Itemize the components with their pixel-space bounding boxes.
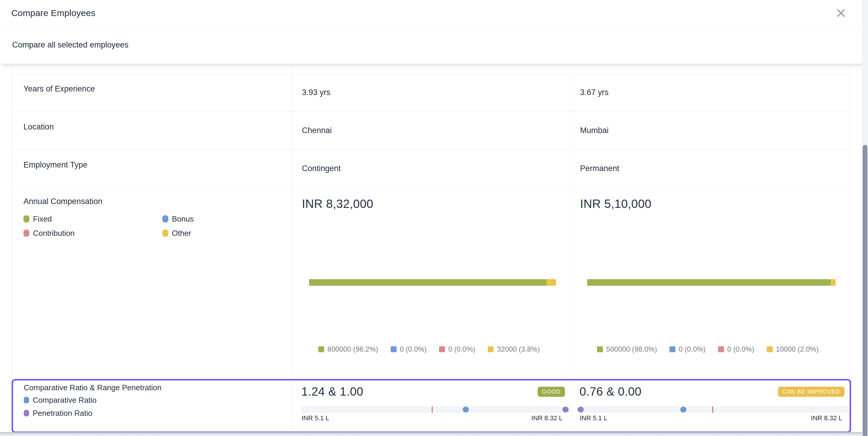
other-swatch-icon	[767, 346, 773, 352]
legend-item-comparative-ratio: Comparative Ratio	[24, 396, 293, 404]
row-label: Employment Type	[24, 161, 88, 170]
legend-item-fixed: Fixed	[24, 215, 162, 223]
bar-segment-other	[831, 279, 836, 286]
employee2-range-track	[579, 406, 850, 413]
bar-legend-label: 0 (0.0%)	[679, 345, 706, 353]
fixed-swatch-icon	[24, 215, 29, 223]
legend-label: Other	[172, 229, 191, 238]
row-label: Years of Experience	[24, 84, 95, 93]
other-swatch-icon	[162, 230, 168, 237]
dialog-header: Compare Employees	[0, 0, 868, 26]
partial-cell	[12, 64, 293, 74]
comparison-scroll-area: Years of Experience 3.93 yrs 3.67 yrs Lo…	[12, 64, 850, 432]
range-min-label: INR 5.1 L	[580, 414, 607, 422]
bar-legend-item: 0 (0.0%)	[718, 345, 754, 353]
table-row-employment-type: Employment Type Contingent Permanent	[12, 150, 850, 188]
dialog-subtitle: Compare all selected employees	[12, 40, 128, 50]
bar-legend-label: 10000 (2.0%)	[776, 345, 819, 353]
partial-cell	[571, 64, 850, 74]
penetration-ratio-dot	[578, 407, 584, 412]
table-row-comparative-ratio[interactable]: Comparative Ratio & Range Penetration Co…	[12, 380, 850, 432]
ratio-legend: Comparative Ratio Penetration Ratio	[24, 396, 293, 417]
bar-legend-label: 0 (0.0%)	[727, 345, 754, 353]
table-row-partial	[12, 64, 850, 74]
employee1-bar-legend: 800000 (96.2%) 0 (0.0%) 0 (0.0%) 32	[302, 345, 556, 353]
legend-label: Contribution	[33, 229, 74, 238]
bar-segment-other	[547, 279, 556, 286]
bar-legend-item: 500000 (98.0%)	[597, 345, 657, 353]
employee1-total-compensation: INR 8,32,000	[302, 197, 556, 211]
row-label-cell: Location	[12, 112, 293, 149]
legend-label: Comparative Ratio	[33, 396, 96, 405]
employee1-ratio-cell: 1.24 & 1.00 GOOD INR 5.1 L INR 8.32 L	[293, 380, 571, 432]
employee1-range-track	[301, 406, 570, 413]
row-label: Location	[24, 122, 54, 132]
close-button[interactable]	[834, 6, 848, 20]
table-row-location: Location Chennai Mumbai	[12, 112, 850, 150]
bar-segment-fixed	[309, 279, 547, 286]
table-row-years-of-experience: Years of Experience 3.93 yrs 3.67 yrs	[12, 74, 850, 112]
dialog-bottom-shadow	[0, 432, 862, 436]
midpoint-tick	[432, 406, 433, 413]
status-badge-good: GOOD	[537, 387, 565, 397]
row-label: Annual Compensation	[24, 197, 293, 206]
penetration-ratio-swatch-icon	[24, 410, 29, 416]
employee1-value-cell: Chennai	[293, 112, 571, 149]
employee2-value: Mumbai	[580, 126, 609, 135]
comparative-ratio-dot	[463, 407, 469, 412]
compare-employees-dialog: Compare Employees Compare all selected e…	[0, 0, 868, 436]
range-max-label: INR 8.32 L	[531, 414, 562, 422]
fixed-swatch-icon	[597, 346, 603, 352]
bar-segment-fixed	[587, 279, 831, 286]
penetration-ratio-dot	[562, 407, 568, 412]
comparative-ratio-swatch-icon	[24, 397, 29, 403]
compensation-legend: Fixed Bonus Contribution Other	[24, 215, 293, 237]
employee1-value-cell: 3.93 yrs	[293, 74, 571, 111]
employee2-value: 3.67 yrs	[580, 88, 609, 97]
bar-legend-item: 800000 (96.2%)	[318, 345, 378, 353]
employee1-compensation-cell: INR 8,32,000 800000 (96.2%)	[293, 188, 571, 379]
legend-item-penetration-ratio: Penetration Ratio	[24, 409, 293, 417]
scrollbar-track[interactable]	[862, 0, 868, 436]
employee1-value: Chennai	[302, 126, 332, 135]
dialog-subtitle-bar: Compare all selected employees	[0, 26, 868, 64]
legend-label: Fixed	[33, 214, 52, 224]
bar-legend-label: 0 (0.0%)	[448, 345, 475, 353]
employee2-value: Permanent	[580, 164, 619, 173]
employee2-compensation-cell: INR 5,10,000 500000 (98.0%)	[571, 188, 850, 379]
midpoint-tick	[712, 406, 713, 413]
employee2-total-compensation: INR 5,10,000	[580, 197, 836, 211]
bar-legend-label: 32000 (3.8%)	[497, 345, 540, 353]
employee1-range-labels: INR 5.1 L INR 8.32 L	[302, 414, 562, 422]
legend-item-other: Other	[162, 229, 293, 237]
bar-legend-label: 800000 (96.2%)	[328, 345, 378, 353]
row-label-cell: Employment Type	[12, 150, 293, 187]
employee1-value: 3.93 yrs	[302, 88, 331, 97]
bar-legend-item: 0 (0.0%)	[670, 345, 706, 353]
close-icon	[836, 8, 846, 18]
employee2-value-cell: Permanent	[571, 150, 850, 187]
employee2-value-cell: 3.67 yrs	[571, 74, 850, 111]
row-label: Comparative Ratio & Range Penetration	[24, 383, 293, 392]
bar-legend-label: 0 (0.0%)	[400, 345, 427, 353]
bar-legend-item: 0 (0.0%)	[391, 345, 427, 353]
employee1-compensation-bar	[309, 279, 556, 286]
contribution-swatch-icon	[24, 230, 29, 237]
row-label-cell: Years of Experience	[12, 74, 293, 111]
scrollbar-thumb[interactable]	[863, 145, 867, 436]
bar-legend-item: 10000 (2.0%)	[767, 345, 819, 353]
comparative-ratio-dot	[680, 407, 687, 412]
employee1-value: Contingent	[302, 164, 341, 173]
partial-cell	[293, 64, 571, 74]
employee1-ratio-value: 1.24 & 1.00	[301, 384, 363, 399]
status-badge-can-be-improved: CAN BE IMPROVED	[778, 387, 844, 397]
range-min-label: INR 5.1 L	[302, 414, 329, 422]
legend-item-bonus: Bonus	[162, 215, 293, 223]
employee2-compensation-bar	[587, 279, 836, 286]
employee2-ratio-value: 0.76 & 0.00	[580, 384, 642, 399]
bar-legend-item: 0 (0.0%)	[439, 345, 475, 353]
bar-legend-label: 500000 (98.0%)	[606, 345, 657, 353]
bonus-swatch-icon	[391, 346, 397, 352]
employee2-ratio-cell: 0.76 & 0.00 CAN BE IMPROVED INR 5.1 L IN…	[571, 380, 850, 432]
legend-item-contribution: Contribution	[24, 229, 162, 237]
